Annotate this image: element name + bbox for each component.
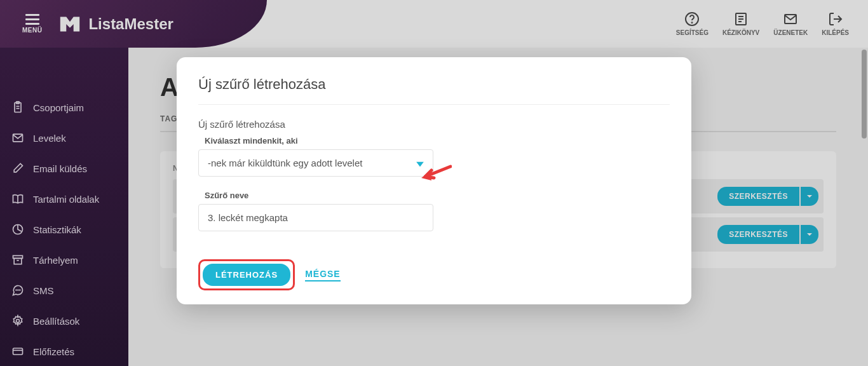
chevron-down-icon bbox=[416, 158, 424, 168]
select-value: -nek már kiküldtünk egy adott levelet bbox=[208, 158, 362, 168]
select-label: Kiválaszt mindenkit, aki bbox=[205, 136, 670, 146]
filter-name-input[interactable] bbox=[198, 204, 433, 231]
cancel-button[interactable]: MÉGSE bbox=[305, 269, 341, 281]
input-label: Szűrő neve bbox=[205, 191, 670, 200]
filter-type-select[interactable]: -nek már kiküldtünk egy adott levelet bbox=[198, 149, 433, 177]
modal-subtitle: Új szűrő létrehozása bbox=[198, 119, 670, 130]
modal-title: Új szűrő létrehozása bbox=[198, 76, 670, 105]
create-filter-modal: Új szűrő létrehozása Új szűrő létrehozás… bbox=[177, 57, 691, 304]
highlight-annotation: LÉTREHOZÁS bbox=[198, 259, 295, 290]
create-button[interactable]: LÉTREHOZÁS bbox=[203, 264, 290, 286]
